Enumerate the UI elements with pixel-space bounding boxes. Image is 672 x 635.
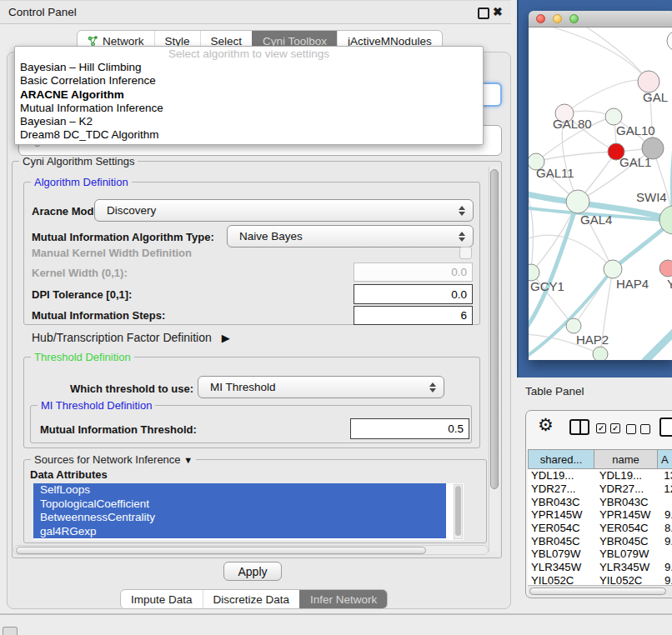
threshold-definition-title: Threshold Definition	[31, 351, 134, 363]
column-header-a[interactable]: A	[658, 449, 672, 469]
tab-infer-network[interactable]: Infer Network	[299, 590, 387, 608]
network-node-label: GAL	[643, 90, 668, 104]
apply-button[interactable]: Apply	[223, 562, 282, 581]
table-row[interactable]: YIL052CYIL052C9.	[528, 574, 672, 586]
hub-transcription-expander[interactable]: Hub/Transcription Factor Definition ▶	[32, 331, 230, 344]
checked-boxes-icon[interactable]: ✓✓	[596, 423, 620, 433]
table-cell: YDL19...	[528, 469, 596, 482]
sources-group-title[interactable]: Sources for Network Inference ▼	[31, 453, 196, 466]
network-node-gal4[interactable]	[566, 190, 589, 213]
network-node-label: GAL4	[580, 212, 612, 227]
bottom-divider	[0, 613, 672, 615]
column-header-shared[interactable]: shared...	[528, 449, 594, 469]
tab-impute-data[interactable]: Impute Data	[121, 590, 203, 608]
apply-button-label: Apply	[238, 565, 267, 578]
algorithm-definition-title: Algorithm Definition	[31, 176, 132, 188]
float-window-icon[interactable]	[478, 8, 489, 19]
algorithm-dropdown-placeholder: Select algorithm to view settings	[15, 47, 483, 61]
mi-threshold-value: 0.5	[448, 422, 464, 435]
network-node-gcy1[interactable]	[529, 264, 539, 281]
network-node-hap4[interactable]	[604, 260, 622, 278]
mi-threshold-definition-title: MI Threshold Definition	[38, 399, 155, 412]
table-row[interactable]: YDL19...YDL19...13	[528, 469, 672, 482]
data-attribute-option-gal4rgexp[interactable]: gal4RGexp	[33, 525, 446, 539]
expander-right-arrow-icon: ▶	[222, 332, 230, 344]
network-graph-canvas[interactable]: GALGAL80GAL10GAL1GAL11GAL4SWI4GCY1HAP4YH…	[529, 28, 672, 360]
network-node-gal10[interactable]	[605, 108, 622, 125]
algorithm-option-bayesian-hill-climbing[interactable]: Bayesian – Hill Climbing	[15, 61, 483, 74]
network-icon	[88, 36, 98, 47]
table-row[interactable]: YPR145WYPR145W9.	[528, 508, 672, 522]
network-node[interactable]	[593, 347, 608, 360]
attribute-list-scrollbar-thumb[interactable]	[455, 486, 461, 536]
table-row[interactable]: YBR043CYBR043C	[528, 495, 672, 508]
settings-vertical-scrollbar-thumb[interactable]	[490, 169, 499, 489]
network-node-hap2[interactable]	[566, 318, 581, 333]
gear-icon[interactable]: ⚙	[538, 414, 554, 436]
window-control-fragment[interactable]	[3, 627, 18, 635]
attribute-list-scrollbar[interactable]	[454, 484, 463, 539]
algorithm-option-dream8-dc-tdc-algorithm[interactable]: Dream8 DC_TDC Algorithm	[15, 128, 483, 142]
mi-threshold-field[interactable]: 0.5	[350, 418, 469, 439]
tab-label: Discretize Data	[213, 593, 290, 606]
mi-steps-label: Mutual Information Steps:	[32, 309, 165, 322]
table-cell: YLR345W	[528, 561, 596, 573]
network-node-label: Y	[667, 277, 672, 291]
network-node-y[interactable]	[659, 260, 672, 277]
data-attributes-list[interactable]: SelfLoopsTopologicalCoefficientBetweenne…	[33, 483, 464, 540]
kernel-width-value: 0.0	[451, 266, 467, 278]
network-node[interactable]	[667, 31, 672, 51]
table-cell: 9.	[661, 574, 672, 585]
settings-horizontal-scrollbar[interactable]	[13, 545, 489, 555]
tab-label: Impute Data	[131, 593, 193, 606]
manual-kernel-width-checkbox[interactable]	[459, 247, 472, 259]
settings-vertical-scrollbar[interactable]	[489, 167, 499, 552]
algorithm-dropdown-popup: Select algorithm to view settings Bayesi…	[14, 46, 484, 145]
data-attribute-option-selfloops[interactable]: SelfLoops	[33, 483, 446, 498]
data-attribute-option-betweennesscentrality[interactable]: BetweennessCentrality	[33, 511, 446, 525]
table-horizontal-scrollbar-thumb[interactable]	[529, 588, 666, 595]
zoom-traffic-light-icon[interactable]	[569, 14, 579, 23]
algorithm-option-bayesian-k2[interactable]: Bayesian – K2	[15, 115, 483, 128]
split-columns-icon[interactable]	[569, 419, 589, 435]
algorithm-option-basic-correlation-inference[interactable]: Basic Correlation Inference	[15, 74, 483, 88]
table-cell: YPR145W	[528, 508, 596, 521]
kernel-width-field[interactable]: 0.0	[354, 262, 473, 282]
mi-steps-field[interactable]: 6	[354, 306, 473, 325]
aracne-mode-combo[interactable]: Discovery	[94, 199, 474, 222]
table-row[interactable]: YLR345WYLR345W9.	[528, 561, 672, 574]
tab-discretize-data[interactable]: Discretize Data	[203, 590, 300, 608]
table-panel: ⚙ ✓✓ shared...nameA YDL19...YDL19...13YD…	[525, 410, 672, 598]
table-cell: YBR043C	[528, 496, 596, 508]
table-row[interactable]: YDR27...YDR27...12	[528, 482, 672, 496]
algorithm-option-aracne-algorithm[interactable]: ARACNE Algorithm	[15, 88, 483, 102]
document-icon[interactable]	[659, 418, 672, 437]
network-window-titlebar[interactable]	[529, 11, 672, 28]
data-attribute-option-topologicalcoefficient[interactable]: TopologicalCoefficient	[33, 498, 446, 512]
algorithm-option-mutual-information-inference[interactable]: Mutual Information Inference	[15, 102, 483, 115]
settings-horizontal-scrollbar-thumb[interactable]	[16, 547, 426, 554]
table-row[interactable]: YBL079WYBL079W	[528, 548, 672, 561]
mi-algorithm-type-combo[interactable]: Naive Bayes	[227, 225, 474, 248]
network-node[interactable]	[642, 138, 664, 159]
close-traffic-light-icon[interactable]	[536, 14, 545, 23]
mi-algorithm-type-value: Naive Bayes	[228, 230, 459, 242]
unchecked-boxes-icon[interactable]	[626, 424, 650, 434]
network-view-window[interactable]: GALGAL80GAL10GAL1GAL11GAL4SWI4GCY1HAP4YH…	[529, 11, 672, 360]
table-cell: YDL19...	[596, 469, 661, 482]
network-node-label: GAL10	[616, 123, 655, 138]
table-cell: YLR345W	[596, 561, 661, 573]
column-header-name[interactable]: name	[594, 449, 658, 469]
which-threshold-combo[interactable]: MI Threshold	[198, 376, 444, 398]
table-horizontal-scrollbar[interactable]	[528, 585, 672, 597]
dpi-tolerance-field[interactable]: 0.0	[354, 284, 473, 304]
table-row[interactable]: YER054CYER054C8.	[528, 522, 672, 535]
table-cell: 13	[660, 469, 672, 482]
close-icon[interactable]: ✖	[493, 5, 503, 18]
aracne-mode-value: Discovery	[95, 204, 459, 217]
table-row[interactable]: YBR045CYBR045C9.	[528, 534, 672, 548]
mi-threshold-label: Mutual Information Threshold:	[40, 423, 197, 436]
minimize-traffic-light-icon[interactable]	[553, 14, 562, 23]
network-node-label: GAL11	[536, 166, 574, 180]
table-cell: YIL052C	[528, 574, 596, 585]
